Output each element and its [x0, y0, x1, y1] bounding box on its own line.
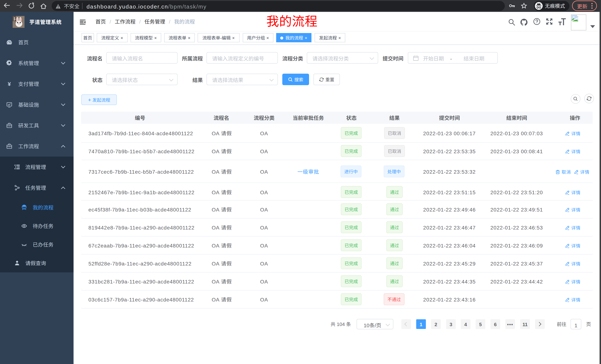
svg-text:¥: ¥	[8, 81, 11, 87]
